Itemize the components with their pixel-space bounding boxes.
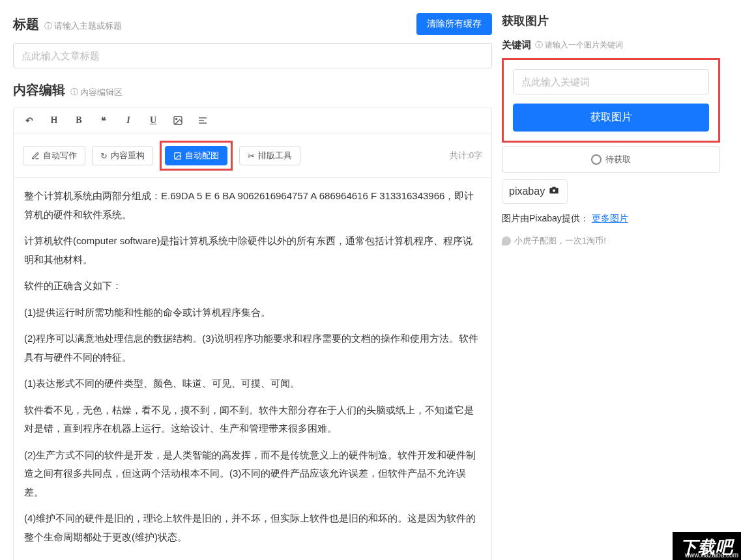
paragraph: 软件看不见，无色，枯燥，看不见，摸不到，闻不到。软件大部分存在于人们的头脑或纸上… bbox=[24, 401, 481, 438]
content-edit-header: 内容编辑 内容编辑区 bbox=[13, 81, 492, 99]
quote-icon[interactable]: ❝ bbox=[97, 114, 110, 127]
auto-image-button[interactable]: 自动配图 bbox=[165, 146, 227, 165]
bold-icon[interactable]: B bbox=[72, 114, 85, 127]
undo-icon[interactable]: ↶ bbox=[23, 114, 36, 127]
coin-icon bbox=[502, 236, 511, 245]
image-icon[interactable] bbox=[171, 114, 184, 127]
auto-write-button[interactable]: 自动写作 bbox=[23, 146, 85, 165]
fetch-image-button[interactable]: 获取图片 bbox=[513, 104, 709, 132]
paragraph: (1)表达形式不同的硬件类型、颜色、味道、可见、可摸、可闻。 bbox=[24, 374, 481, 393]
paragraph: 软件的正确含义如下： bbox=[24, 277, 481, 296]
format-toolbar: ↶ H B ❝ I U bbox=[14, 107, 491, 134]
paragraph: (4)维护不同的硬件是旧的，理论上软件是旧的，并不坏，但实际上软件也是旧的和坏的… bbox=[24, 509, 481, 546]
layout-icon: ✂ bbox=[248, 151, 255, 161]
paragraph: (1)提供运行时所需功能和性能的命令或计算机程序集合。 bbox=[24, 303, 481, 322]
auto-image-highlight: 自动配图 bbox=[160, 141, 233, 171]
more-images-link[interactable]: 更多图片 bbox=[592, 213, 628, 223]
refresh-icon: ↻ bbox=[100, 151, 108, 161]
title-label: 标题 bbox=[13, 16, 39, 33]
camera-icon bbox=[547, 185, 560, 198]
italic-icon[interactable]: I bbox=[122, 114, 135, 127]
paragraph: 计算机软件(computer software)是指计算机系统中除硬件以外的所有… bbox=[24, 232, 481, 269]
keyword-hint: 请输入一个图片关键词 bbox=[535, 40, 623, 51]
paragraph: 整个计算机系统由两部分组成：E.69DA 5 E 6 BA 9062616964… bbox=[24, 187, 481, 224]
editor-content[interactable]: 整个计算机系统由两部分组成：E.69DA 5 E 6 BA 9062616964… bbox=[14, 178, 491, 560]
title-hint: 请输入主题或标题 bbox=[44, 20, 122, 32]
svg-point-6 bbox=[553, 189, 555, 192]
action-toolbar: 自动写作 ↻ 内容重构 自动配图 ✂ 排版工具 bbox=[14, 134, 491, 178]
keyword-input[interactable] bbox=[513, 69, 709, 94]
image-panel-title: 获取图片 bbox=[502, 13, 720, 29]
watermark-url: www.xiazaiba.com bbox=[685, 552, 738, 559]
editor-box: ↶ H B ❝ I U 自动写作 bbox=[13, 107, 492, 560]
title-input[interactable] bbox=[13, 43, 492, 68]
content-edit-label: 内容编辑 bbox=[13, 81, 65, 99]
heading-icon[interactable]: H bbox=[48, 114, 61, 127]
pending-button[interactable]: 待获取 bbox=[502, 147, 720, 173]
keyword-label: 关键词 bbox=[502, 39, 531, 51]
title-header: 标题 请输入主题或标题 清除所有缓存 bbox=[13, 13, 492, 35]
image-fetch-panel: 获取图片 关键词 请输入一个图片关键词 获取图片 待获取 pixabay 图片由… bbox=[502, 13, 720, 247]
pixabay-badge: pixabay bbox=[502, 179, 568, 204]
paragraph: (2)生产方式不同的软件是开发，是人类智能的高发挥，而不是传统意义上的硬件制造。… bbox=[24, 446, 481, 502]
align-icon[interactable] bbox=[196, 114, 209, 127]
layout-tool-button[interactable]: ✂ 排版工具 bbox=[239, 146, 300, 165]
content-edit-hint: 内容编辑区 bbox=[70, 87, 123, 98]
credit-line: 图片由Pixabay提供： 更多图片 bbox=[502, 213, 720, 225]
restructure-button[interactable]: ↻ 内容重构 bbox=[92, 146, 153, 165]
coin-line: 小虎子配图，一次1淘币! bbox=[502, 235, 720, 247]
keyword-box-highlight: 获取图片 bbox=[502, 58, 720, 143]
svg-point-1 bbox=[176, 119, 177, 120]
clear-cache-button[interactable]: 清除所有缓存 bbox=[416, 13, 492, 35]
word-count: 共计:0字 bbox=[450, 150, 482, 161]
paragraph: (2)程序可以满意地处理信息的数据结构。(3)说明程序功能要求和程序需要的文档的… bbox=[24, 329, 481, 367]
underline-icon[interactable]: U bbox=[147, 114, 160, 127]
